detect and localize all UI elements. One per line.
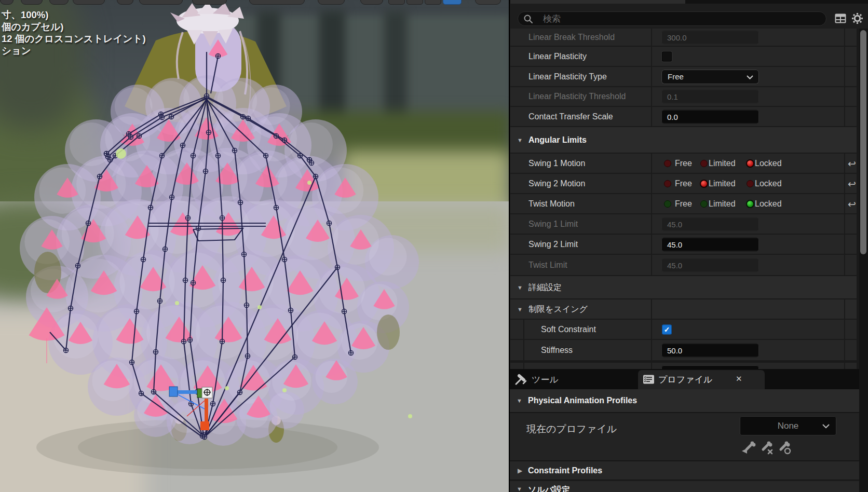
profiles-panel: ▼ Physical Animation Profiles 現在のプロファイル … xyxy=(510,389,868,492)
toolbar-button[interactable] xyxy=(406,0,423,5)
radio-label-free[interactable]: Free xyxy=(675,199,692,209)
radio-locked-selected[interactable] xyxy=(746,159,754,168)
physics-asset-editor: 寸、100%)個のカプセル)12 個のクロスコンストレイント)ション Linea… xyxy=(0,0,868,492)
toolbar-button[interactable] xyxy=(475,0,501,5)
linear-break-threshold-input[interactable]: 300.0 xyxy=(661,30,759,44)
linear-plasticity-type-dropdown[interactable]: Free xyxy=(661,70,759,84)
row-linear-plasticity-threshold: Linear Plasticity Threshold 0.1 xyxy=(510,87,857,106)
property-label: Stiffness xyxy=(541,346,573,355)
radio-label-limited[interactable]: Limited xyxy=(709,159,736,168)
assign-profile-bone-icon[interactable] xyxy=(741,439,756,455)
panel-divider[interactable] xyxy=(509,0,510,492)
section-physical-animation-profiles[interactable]: ▼ Physical Animation Profiles xyxy=(510,389,868,413)
bottom-tab-bar: ツール プロファイル ✕ xyxy=(510,369,868,389)
radio-limited[interactable] xyxy=(700,200,708,208)
property-label: Linear Plasticity Type xyxy=(528,72,607,81)
search-row xyxy=(510,4,868,29)
reset-to-default-icon[interactable]: ↩ xyxy=(846,177,858,189)
section-angular-limits[interactable]: ▼ Angular Limits xyxy=(510,127,857,153)
radio-label-locked[interactable]: Locked xyxy=(755,159,782,168)
linear-plasticity-checkbox[interactable] xyxy=(662,51,672,61)
section-advanced[interactable]: ▼ 詳細設定 xyxy=(510,276,857,298)
radio-free[interactable] xyxy=(664,200,671,208)
toolbar-button[interactable] xyxy=(49,0,69,5)
property-label: Twist Limit xyxy=(528,261,567,270)
radio-limited[interactable] xyxy=(700,160,708,167)
tab-profiles-active[interactable]: プロファイル ✕ xyxy=(638,370,765,389)
contact-transfer-scale-input[interactable]: 0.0 xyxy=(661,110,759,124)
toolbar-button[interactable] xyxy=(21,0,43,5)
toolbar-button[interactable] xyxy=(318,0,345,5)
radio-label-free[interactable]: Free xyxy=(675,159,692,168)
radio-label-limited[interactable]: Limited xyxy=(709,199,736,209)
tools-icon xyxy=(514,373,527,386)
panel-tab-active-sliver[interactable] xyxy=(510,0,685,4)
linear-plasticity-threshold-input[interactable]: 0.1 xyxy=(661,90,759,104)
toolbar-button[interactable] xyxy=(117,0,133,5)
property-label: Soft Constraint xyxy=(541,325,596,334)
radio-free[interactable] xyxy=(664,180,671,187)
chevron-down-icon xyxy=(822,424,830,429)
swing2-limit-input[interactable]: 45.0 xyxy=(661,237,759,251)
toolbar-button[interactable] xyxy=(425,0,441,5)
toolbar-button-active[interactable] xyxy=(443,0,462,5)
property-label: Contact Transfer Scale xyxy=(528,112,613,121)
row-twist-limit: Twist Limit 45.0 xyxy=(510,255,857,275)
tab-tools[interactable]: ツール xyxy=(510,369,598,389)
toolbar-button[interactable] xyxy=(388,0,405,5)
property-label: Linear Plasticity Threshold xyxy=(528,92,626,101)
column-view-icon[interactable] xyxy=(835,13,846,24)
radio-limited-selected[interactable] xyxy=(700,180,708,188)
section-title: Angular Limits xyxy=(528,135,587,145)
radio-free[interactable] xyxy=(664,160,671,167)
radio-locked[interactable] xyxy=(747,180,754,187)
section-title: ソルバ設定 xyxy=(528,485,570,492)
reset-to-default-icon[interactable]: ↩ xyxy=(846,198,858,210)
row-swing2-limit: Swing 2 Limit 45.0 xyxy=(510,235,857,254)
radio-label-locked[interactable]: Locked xyxy=(755,199,782,209)
row-contact-transfer-scale: Contact Transfer Scale 0.0 xyxy=(510,107,857,126)
search-input[interactable] xyxy=(542,12,814,26)
section-title: Constraint Profiles xyxy=(528,466,602,475)
gear-icon[interactable] xyxy=(851,12,863,24)
section-swing-limit[interactable]: ▼ 制限をスイング xyxy=(510,299,857,319)
section-title: 制限をスイング xyxy=(528,304,588,315)
search-box[interactable] xyxy=(518,11,826,26)
close-icon[interactable]: ✕ xyxy=(736,374,742,384)
current-profile-dropdown[interactable]: None xyxy=(740,416,836,435)
toolbar-button[interactable] xyxy=(192,0,227,5)
reset-to-default-icon[interactable]: ↩ xyxy=(846,157,858,169)
twist-limit-input[interactable]: 45.0 xyxy=(661,258,759,272)
select-profile-bone-icon[interactable] xyxy=(776,439,792,455)
remove-profile-bone-icon[interactable] xyxy=(758,439,774,455)
radio-label-free[interactable]: Free xyxy=(675,179,692,188)
radio-label-limited[interactable]: Limited xyxy=(709,179,736,188)
row-soft-constraint: Soft Constraint ✓ xyxy=(510,320,857,339)
search-icon xyxy=(523,14,534,24)
row-stiffness: Stiffness 50.0 xyxy=(510,340,857,360)
toolbar-button[interactable] xyxy=(360,0,383,5)
expanded-arrow-icon: ▼ xyxy=(517,284,523,291)
radio-locked-selected[interactable] xyxy=(746,200,754,208)
tab-label: ツール xyxy=(532,374,559,386)
radio-label-locked[interactable]: Locked xyxy=(755,179,782,188)
scrollbar-track[interactable] xyxy=(859,29,868,492)
toolbar-button[interactable] xyxy=(139,0,183,5)
property-label: Twist Motion xyxy=(528,199,575,209)
expanded-arrow-icon: ▼ xyxy=(517,486,522,492)
property-label: Swing 2 Limit xyxy=(528,240,578,249)
soft-constraint-checkbox[interactable]: ✓ xyxy=(662,324,672,334)
stats-line: 個のカプセル) xyxy=(2,21,146,33)
section-constraint-profiles[interactable]: ▶ Constraint Profiles xyxy=(510,460,868,481)
section-solver-settings[interactable]: ▼ ソルバ設定 xyxy=(510,482,868,492)
scrollbar-thumb[interactable] xyxy=(860,30,866,254)
property-label: Linear Plasticity xyxy=(528,52,587,61)
dropdown-value: None xyxy=(778,421,799,431)
viewport-3d[interactable]: 寸、100%)個のカプセル)12 個のクロスコンストレイント)ション xyxy=(0,0,510,492)
toolbar-button[interactable] xyxy=(73,0,105,5)
toolbar-button[interactable] xyxy=(249,0,305,5)
stiffness-input[interactable]: 50.0 xyxy=(661,343,759,357)
swing1-limit-input[interactable]: 45.0 xyxy=(661,217,759,231)
section-title: Physical Animation Profiles xyxy=(528,396,637,405)
tab-label: プロファイル xyxy=(658,374,712,386)
